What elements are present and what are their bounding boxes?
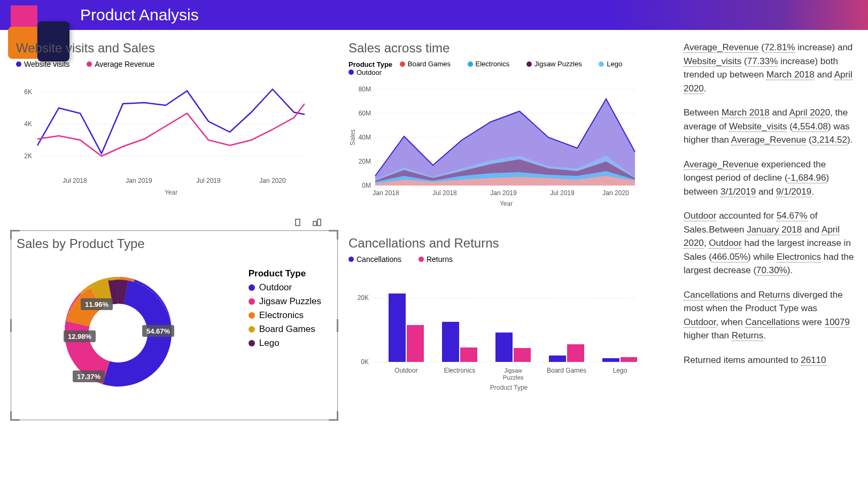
svg-text:80M: 80M xyxy=(359,86,371,93)
area-chart: 80M 60M 40M 20M 0M Sales Jan 2018 Jul 20… xyxy=(348,79,637,212)
svg-text:0K: 0K xyxy=(361,358,369,366)
chart-title: Website visits and Sales xyxy=(16,41,332,56)
svg-text:40M: 40M xyxy=(359,134,371,141)
svg-text:Jul 2019: Jul 2019 xyxy=(550,189,575,197)
svg-rect-57 xyxy=(602,358,619,362)
svg-text:Outdoor: Outdoor xyxy=(394,367,417,374)
svg-rect-58 xyxy=(621,357,637,362)
svg-text:Jul 2019: Jul 2019 xyxy=(196,177,221,184)
svg-rect-53 xyxy=(495,333,513,362)
svg-rect-35 xyxy=(317,219,321,226)
donut-chart: 54.67% 17.37% 12.98% 11.96% xyxy=(17,256,209,400)
svg-rect-54 xyxy=(514,348,531,362)
svg-text:54.67%: 54.67% xyxy=(146,327,170,335)
legend: Product Type Outdoor Jigsaw Puzzles Elec… xyxy=(249,268,321,352)
svg-rect-50 xyxy=(407,325,424,362)
insight-6: Returned items amounted to 26110 xyxy=(684,353,855,367)
insight-4: Outdoor accounted for 54.67% of Sales.Be… xyxy=(684,209,855,277)
svg-rect-52 xyxy=(460,347,477,362)
svg-text:Jan 2020: Jan 2020 xyxy=(602,189,629,197)
svg-text:60M: 60M xyxy=(359,110,371,117)
svg-rect-55 xyxy=(549,356,566,362)
svg-text:Jan 2019: Jan 2019 xyxy=(490,189,517,197)
svg-text:20M: 20M xyxy=(359,158,371,165)
chart-toolbar xyxy=(293,218,321,227)
svg-text:6K: 6K xyxy=(24,88,32,96)
header: Product Analysis xyxy=(0,0,868,30)
page-title: Product Analysis xyxy=(80,6,199,24)
svg-text:0M: 0M xyxy=(362,182,371,189)
line-chart: 6K 4K 2K Jul 2018 Jan 2019 Jul 2019 Jan … xyxy=(16,71,305,199)
svg-text:2K: 2K xyxy=(24,152,32,160)
filter-icon[interactable] xyxy=(293,218,302,227)
chart-cancel-returns[interactable]: Cancellations and Returns Cancellations … xyxy=(343,230,670,420)
chart-sales-time[interactable]: Sales across time Product Type Board Gam… xyxy=(343,35,670,225)
svg-rect-49 xyxy=(389,293,406,362)
narrative-panel[interactable]: Average_Revenue (72.81% increase) and We… xyxy=(681,35,857,420)
legend: Cancellations Returns xyxy=(348,255,665,264)
svg-text:Jan 2018: Jan 2018 xyxy=(373,189,399,197)
svg-text:Lego: Lego xyxy=(613,367,627,374)
legend: Website visits Average Revenue xyxy=(16,60,332,68)
svg-text:Year: Year xyxy=(165,189,177,196)
svg-rect-56 xyxy=(567,344,584,362)
bar-chart: 20K 0K Outdoor Electronics Jigsaw Puzzle… xyxy=(348,266,637,405)
svg-text:Jul 2018: Jul 2018 xyxy=(432,189,457,197)
chart-title: Sales across time xyxy=(348,41,665,56)
chart-title: Cancellations and Returns xyxy=(348,236,665,251)
svg-text:Puzzles: Puzzles xyxy=(503,374,524,381)
chart-sales-product[interactable]: Sales by Product Type xyxy=(11,230,338,420)
insight-3: Average_Revenue experienced the longest … xyxy=(684,158,855,199)
svg-text:Sales: Sales xyxy=(349,129,356,145)
svg-rect-34 xyxy=(313,221,316,226)
svg-rect-51 xyxy=(442,322,459,362)
svg-text:Jan 2019: Jan 2019 xyxy=(126,177,152,184)
chart-visits-sales[interactable]: Website visits and Sales Website visits … xyxy=(11,35,338,225)
svg-text:Board Games: Board Games xyxy=(547,367,586,374)
svg-text:Product Type: Product Type xyxy=(490,384,528,391)
chart-title: Sales by Product Type xyxy=(17,236,332,251)
svg-text:Jan 2020: Jan 2020 xyxy=(259,177,286,184)
svg-rect-33 xyxy=(296,219,300,226)
svg-text:Year: Year xyxy=(500,200,513,207)
svg-text:Jigsaw: Jigsaw xyxy=(504,367,522,374)
svg-text:Electronics: Electronics xyxy=(444,367,476,374)
legend: Product Type Board Games Electronics Jig… xyxy=(348,60,665,76)
svg-text:12.98%: 12.98% xyxy=(68,333,92,341)
svg-text:17.37%: 17.37% xyxy=(77,373,101,381)
insight-1: Average_Revenue (72.81% increase) and We… xyxy=(684,41,855,95)
svg-text:4K: 4K xyxy=(24,120,32,128)
svg-text:20K: 20K xyxy=(358,294,369,302)
svg-text:11.96%: 11.96% xyxy=(85,300,109,308)
focus-icon[interactable] xyxy=(313,218,321,227)
insight-5: Cancellations and Returns diverged the m… xyxy=(684,288,855,343)
svg-text:Jul 2018: Jul 2018 xyxy=(63,177,87,184)
insight-2: Between March 2018 and April 2020, the a… xyxy=(684,106,855,147)
